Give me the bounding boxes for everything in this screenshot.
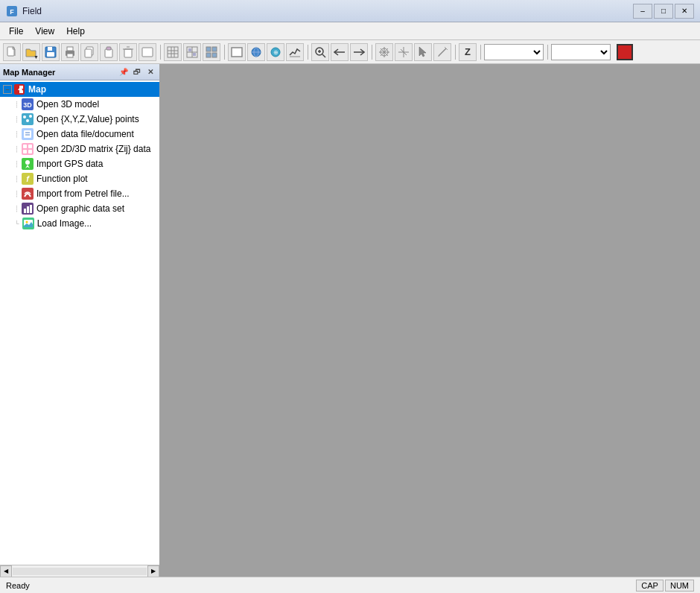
icon-openxyz xyxy=(22,113,34,125)
map-root-label: Map xyxy=(28,84,46,95)
tree-item-map[interactable]: – Map xyxy=(0,82,159,97)
icon-importgps xyxy=(22,158,34,170)
separator-7 xyxy=(545,43,550,61)
grid-button-2[interactable] xyxy=(183,43,201,61)
float-button[interactable]: 🗗 xyxy=(131,66,143,78)
tree-item-open2d[interactable]: ┊ Open 2D/3D matrix {Zij} data xyxy=(0,142,159,156)
num-indicator: NUM xyxy=(665,580,694,592)
tree-root: – Map ┊ 3D xyxy=(0,82,159,231)
label-openxyz: Open {X,Y,Z,Value} points xyxy=(36,114,139,124)
separator-2 xyxy=(222,43,226,61)
delete-button[interactable] xyxy=(119,43,137,61)
label-importgps: Import GPS data xyxy=(36,159,103,169)
tree-item-open3d[interactable]: ┊ 3D Open 3D model xyxy=(0,97,159,112)
paste-button[interactable] xyxy=(100,43,118,61)
dotted-9: └ xyxy=(15,221,19,227)
svg-point-74 xyxy=(25,160,30,165)
menu-bar: File View Help xyxy=(0,22,700,40)
svg-line-41 xyxy=(322,54,325,57)
tree-item-funcplot[interactable]: ┊ f Function plot xyxy=(0,171,159,186)
icon-opendata xyxy=(22,128,34,140)
label-petrel: Import from Petrel file... xyxy=(36,188,130,199)
tree-item-graphic[interactable]: ┊ Open graphic data set xyxy=(0,201,159,216)
minimize-button[interactable]: – xyxy=(633,4,652,19)
icon-funcplot: f xyxy=(22,173,34,185)
zoom-in-button[interactable] xyxy=(311,43,329,61)
tool-button-1[interactable] xyxy=(375,43,393,61)
label-opendata: Open data file/document xyxy=(36,129,134,139)
new-button[interactable] xyxy=(3,43,21,61)
scroll-left-button[interactable]: ◀ xyxy=(0,565,12,577)
icon-open2d xyxy=(22,143,34,155)
svg-rect-80 xyxy=(27,206,29,213)
tree-item-importgps[interactable]: ┊ Import GPS data xyxy=(0,156,159,171)
scroll-right-button[interactable]: ▶ xyxy=(147,565,159,577)
tree-expand-map[interactable]: – xyxy=(3,85,12,94)
dotted-6: ┊ xyxy=(15,176,19,183)
pen-button[interactable] xyxy=(433,43,451,61)
grid-button-3[interactable] xyxy=(203,43,220,61)
pin-button[interactable]: 📌 xyxy=(118,66,130,78)
zoom-prev-button[interactable] xyxy=(331,43,349,61)
menu-file[interactable]: File xyxy=(3,25,29,38)
canvas-area xyxy=(160,64,700,577)
label-open2d: Open 2D/3D matrix {Zij} data xyxy=(36,144,150,154)
panel-close-button[interactable]: ✕ xyxy=(144,66,156,78)
maximize-button[interactable]: □ xyxy=(654,4,673,19)
svg-text:⊕: ⊕ xyxy=(273,49,279,56)
globe-button-2[interactable]: ⊕ xyxy=(267,43,284,61)
toolbar-dropdown-1[interactable] xyxy=(484,44,544,60)
panel-controls: 📌 🗗 ✕ xyxy=(118,66,156,78)
print-button[interactable] xyxy=(61,43,79,61)
svg-rect-18 xyxy=(142,48,153,57)
tool-button-2[interactable] xyxy=(395,43,413,61)
map-manager-panel: Map Manager 📌 🗗 ✕ – Map xyxy=(0,64,160,577)
label-open3d: Open 3D model xyxy=(36,99,99,110)
status-text: Ready xyxy=(6,581,636,590)
main-area: Map Manager 📌 🗗 ✕ – Map xyxy=(0,64,700,577)
svg-rect-9 xyxy=(67,47,73,51)
grid-button-1[interactable] xyxy=(164,43,182,61)
tree-item-opendata[interactable]: ┊ Open data file/document xyxy=(0,127,159,142)
profile-button[interactable] xyxy=(286,43,304,61)
svg-rect-13 xyxy=(105,49,112,57)
frame-button[interactable] xyxy=(228,43,246,61)
svg-rect-31 xyxy=(206,53,211,57)
svg-point-62 xyxy=(26,119,29,122)
svg-rect-72 xyxy=(28,150,32,153)
globe-button-1[interactable] xyxy=(247,43,265,61)
menu-view[interactable]: View xyxy=(29,25,60,38)
save-button[interactable] xyxy=(42,43,60,61)
svg-rect-30 xyxy=(212,47,217,51)
import-button[interactable] xyxy=(139,43,156,61)
icon-graphic xyxy=(22,203,34,215)
svg-rect-10 xyxy=(67,54,73,57)
tree-item-openxyz[interactable]: ┊ Open {X,Y,Z,Value} points xyxy=(0,112,159,127)
open-button[interactable]: ▼ xyxy=(22,43,40,61)
toolbar-dropdown-2[interactable] xyxy=(551,44,611,60)
zoom-next-button[interactable] xyxy=(350,43,368,61)
scroll-track[interactable] xyxy=(13,568,147,575)
z-button[interactable]: Z xyxy=(459,43,477,61)
menu-help[interactable]: Help xyxy=(60,25,91,38)
svg-text:3D: 3D xyxy=(23,101,32,109)
close-button[interactable]: ✕ xyxy=(675,4,694,19)
svg-point-61 xyxy=(23,115,26,118)
tree-item-petrel[interactable]: ┊ Import from Petrel file... xyxy=(0,186,159,201)
svg-rect-70 xyxy=(28,145,32,148)
svg-rect-81 xyxy=(30,205,32,213)
svg-rect-28 xyxy=(193,53,196,56)
svg-rect-69 xyxy=(23,145,27,148)
tree-item-image[interactable]: └ Load Image... xyxy=(0,216,159,231)
separator-4 xyxy=(369,43,374,61)
color-picker-button[interactable] xyxy=(617,44,633,60)
copy-button[interactable] xyxy=(80,43,98,61)
pointer-button[interactable] xyxy=(414,43,432,61)
dotted-4: ┊ xyxy=(15,146,19,153)
svg-rect-71 xyxy=(23,150,27,153)
svg-rect-27 xyxy=(188,48,191,51)
svg-rect-33 xyxy=(232,48,242,57)
svg-rect-65 xyxy=(24,130,31,138)
status-bar: Ready CAP NUM xyxy=(0,577,700,593)
svg-rect-15 xyxy=(124,49,132,57)
